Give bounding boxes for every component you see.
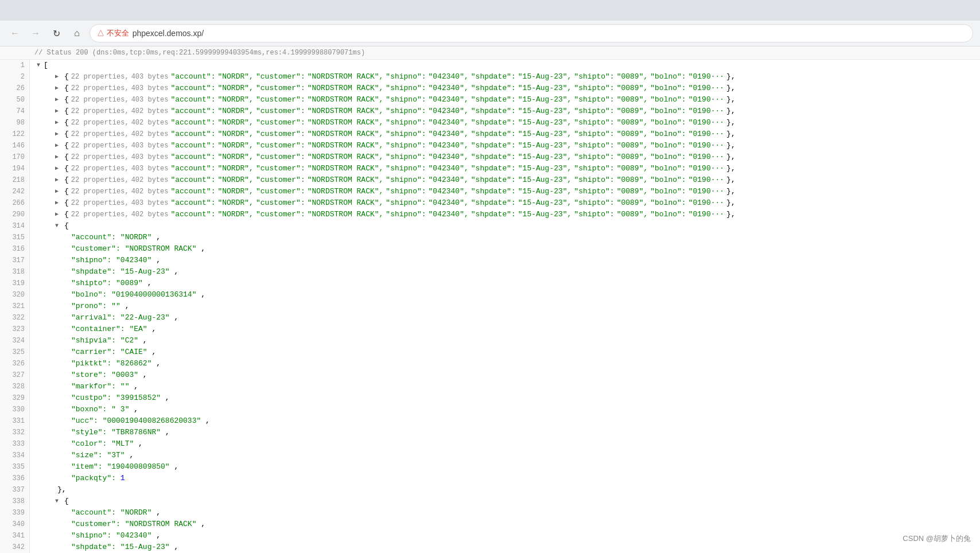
toggle-obj-170[interactable]: ▶ bbox=[53, 153, 61, 161]
json-line-314: ▼ { bbox=[34, 220, 975, 232]
json-line-194: ▶ { 22 properties, 403 bytes "account": … bbox=[34, 163, 975, 174]
json-line-332: "style": "TBR8786NR" , bbox=[34, 427, 975, 438]
json-line-329: "custpo": "39915852" , bbox=[34, 392, 975, 404]
json-line-339: "account": "NORDR" , bbox=[34, 507, 975, 519]
line-num-194: 194 bbox=[0, 163, 29, 174]
json-line-331: "ucc": "00001904008268620033" , bbox=[34, 415, 975, 427]
json-line-315: "account": "NORDR" , bbox=[34, 232, 975, 243]
forward-button[interactable]: → bbox=[28, 25, 44, 41]
toggle-obj-290[interactable]: ▶ bbox=[53, 211, 61, 219]
line-num-342: 342 bbox=[0, 542, 29, 553]
json-line-318: "shpdate": "15-Aug-23" , bbox=[34, 266, 975, 278]
json-line-323: "container": "EA" , bbox=[34, 324, 975, 335]
json-line-330: "boxno": " 3" , bbox=[34, 404, 975, 415]
toggle-obj-26[interactable]: ▶ bbox=[53, 84, 61, 92]
json-line-340: "customer": "NORDSTROM RACK" , bbox=[34, 519, 975, 530]
json-line-170: ▶ { 22 properties, 403 bytes "account": … bbox=[34, 151, 975, 163]
toggle-obj-98[interactable]: ▶ bbox=[53, 119, 61, 127]
line-num-330: 330 bbox=[0, 404, 29, 415]
line-num-332: 332 bbox=[0, 427, 29, 438]
json-line-2: ▶ { 22 properties, 403 bytes "account": … bbox=[34, 71, 975, 83]
line-num-321: 321 bbox=[0, 301, 29, 312]
browser-chrome: ← → ↻ ⌂ △ 不安全 phpexcel.demos.xp/ bbox=[0, 0, 980, 46]
line-num-335: 335 bbox=[0, 461, 29, 473]
json-line-218: ▶ { 22 properties, 402 bytes "account": … bbox=[34, 174, 975, 186]
home-button[interactable]: ⌂ bbox=[69, 25, 85, 41]
toggle-obj-74[interactable]: ▶ bbox=[53, 107, 61, 115]
json-line-320: "bolno": "01904000000136314" , bbox=[34, 289, 975, 301]
line-num-333: 333 bbox=[0, 438, 29, 450]
json-line-98: ▶ { 22 properties, 402 bytes "account": … bbox=[34, 117, 975, 128]
line-num-266: 266 bbox=[0, 197, 29, 209]
line-num-329: 329 bbox=[0, 392, 29, 404]
watermark: CSDN @胡萝卜的兔 bbox=[903, 533, 971, 544]
json-line-337: }, bbox=[34, 484, 975, 496]
line-num-316: 316 bbox=[0, 243, 29, 255]
toggle-obj-194[interactable]: ▶ bbox=[53, 165, 61, 173]
json-line-316: "customer": "NORDSTROM RACK" , bbox=[34, 243, 975, 255]
line-num-317: 317 bbox=[0, 255, 29, 266]
line-num-170: 170 bbox=[0, 151, 29, 163]
line-num-323: 323 bbox=[0, 324, 29, 335]
address-bar[interactable]: △ 不安全 phpexcel.demos.xp/ bbox=[90, 24, 973, 42]
nav-bar: ← → ↻ ⌂ △ 不安全 phpexcel.demos.xp/ bbox=[0, 21, 980, 46]
line-num-74: 74 bbox=[0, 106, 29, 117]
json-content: ▼ [ ▶ { 22 properties, 403 bytes "accoun… bbox=[30, 60, 980, 553]
json-line-328: "markfor": "" , bbox=[34, 381, 975, 392]
json-line-336: "packqty": 1 bbox=[34, 473, 975, 484]
json-line-325: "carrier": "CAIE" , bbox=[34, 346, 975, 358]
json-line-146: ▶ { 22 properties, 403 bytes "account": … bbox=[34, 140, 975, 151]
toggle-obj-266[interactable]: ▶ bbox=[53, 199, 61, 207]
toggle-obj-146[interactable]: ▶ bbox=[53, 142, 61, 150]
line-num-327: 327 bbox=[0, 369, 29, 381]
json-line-242: ▶ { 22 properties, 402 bytes "account": … bbox=[34, 186, 975, 197]
line-num-146: 146 bbox=[0, 140, 29, 151]
toggle-obj-218[interactable]: ▶ bbox=[53, 176, 61, 184]
line-num-218: 218 bbox=[0, 174, 29, 186]
line-num-341: 341 bbox=[0, 530, 29, 542]
reload-button[interactable]: ↻ bbox=[48, 25, 64, 41]
line-num-337: 337 bbox=[0, 484, 29, 496]
json-line-335: "item": "190400809850" , bbox=[34, 461, 975, 473]
json-line-122: ▶ { 22 properties, 402 bytes "account": … bbox=[34, 128, 975, 140]
json-line-326: "piktkt": "826862" , bbox=[34, 358, 975, 369]
status-bar: // Status 200 (dns:0ms,tcp:0ms,req:221.5… bbox=[0, 46, 980, 60]
toggle-obj-50[interactable]: ▶ bbox=[53, 96, 61, 104]
line-num-319: 319 bbox=[0, 278, 29, 289]
toggle-obj-314[interactable]: ▼ bbox=[53, 222, 61, 230]
json-line-341: "shipno": "042340" , bbox=[34, 530, 975, 542]
json-line-266: ▶ { 22 properties, 403 bytes "account": … bbox=[34, 197, 975, 209]
json-line-1: ▼ [ bbox=[34, 60, 975, 71]
toggle-array[interactable]: ▼ bbox=[34, 61, 42, 69]
line-num-324: 324 bbox=[0, 335, 29, 346]
line-num-325: 325 bbox=[0, 346, 29, 358]
toggle-obj-122[interactable]: ▶ bbox=[53, 130, 61, 138]
toggle-obj-242[interactable]: ▶ bbox=[53, 188, 61, 196]
line-num-318: 318 bbox=[0, 266, 29, 278]
line-numbers: 1 2 26 50 74 98 122 146 170 194 218 242 … bbox=[0, 60, 30, 553]
json-line-324: "shipvia": "C2" , bbox=[34, 335, 975, 346]
json-line-322: "arrival": "22-Aug-23" , bbox=[34, 312, 975, 324]
line-num-334: 334 bbox=[0, 450, 29, 461]
line-num-242: 242 bbox=[0, 186, 29, 197]
toggle-obj-338[interactable]: ▼ bbox=[53, 497, 61, 505]
json-line-290: ▶ { 22 properties, 402 bytes "account": … bbox=[34, 209, 975, 220]
line-num-331: 331 bbox=[0, 415, 29, 427]
json-line-334: "size": "3T" , bbox=[34, 450, 975, 461]
back-button[interactable]: ← bbox=[7, 25, 23, 41]
line-num-320: 320 bbox=[0, 289, 29, 301]
url-text: phpexcel.demos.xp/ bbox=[133, 29, 204, 38]
toggle-obj-2[interactable]: ▶ bbox=[53, 73, 61, 81]
json-line-319: "shipto": "0089" , bbox=[34, 278, 975, 289]
json-viewer: 1 2 26 50 74 98 122 146 170 194 218 242 … bbox=[0, 60, 980, 553]
line-num-290: 290 bbox=[0, 209, 29, 220]
line-num-50: 50 bbox=[0, 94, 29, 106]
content-area: // Status 200 (dns:0ms,tcp:0ms,req:221.5… bbox=[0, 46, 980, 553]
tab-bar bbox=[0, 0, 980, 21]
line-num-326: 326 bbox=[0, 358, 29, 369]
array-open-bracket: [ bbox=[44, 60, 48, 71]
line-num-339: 339 bbox=[0, 507, 29, 519]
json-line-50: ▶ { 22 properties, 403 bytes "account": … bbox=[34, 94, 975, 106]
line-num-315: 315 bbox=[0, 232, 29, 243]
json-line-338: ▼ { bbox=[34, 496, 975, 507]
